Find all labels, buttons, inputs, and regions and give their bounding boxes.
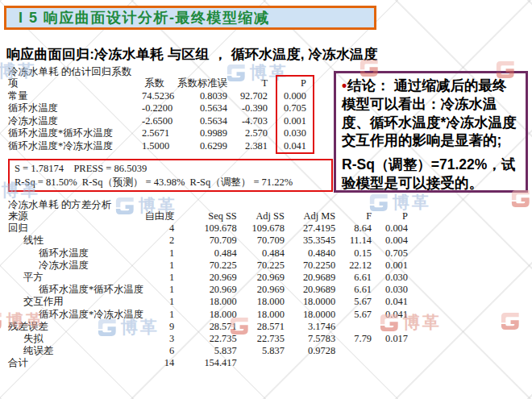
- cell-adj_ss: 20.969: [237, 284, 285, 296]
- cell-df: 1: [143, 247, 174, 260]
- column-header-coef: 系数: [140, 77, 164, 90]
- cell-p: 0.041: [372, 309, 408, 321]
- cell-seq_ss: 0.484: [174, 247, 237, 260]
- cell-source: 回归: [6, 222, 143, 235]
- column-header-df: 自由度: [143, 210, 174, 222]
- cell-seq_ss: 70.225: [174, 260, 237, 272]
- table-row: 平方120.96920.96920.96896.610.030: [6, 272, 408, 284]
- cell-adj_ss: 28.571: [237, 321, 285, 333]
- cell-source: 残差误差: [6, 321, 143, 333]
- cell-adj_ms: 20.9689: [285, 284, 335, 296]
- header-row: 来源自由度Seq SSAdj SSAdj MSFP: [6, 210, 408, 222]
- cell-f: [335, 345, 372, 357]
- cell-p: 0.705: [372, 247, 408, 260]
- cell-t: 2.381: [227, 140, 268, 153]
- cell-term: 常量: [6, 90, 140, 103]
- cell-seq_ss: 18.000: [174, 296, 237, 308]
- cell-seq_ss: 5.837: [174, 345, 237, 357]
- cell-coef: -0.2200: [140, 102, 164, 115]
- cell-seq_ss: 70.709: [174, 235, 237, 247]
- cell-f: 7.79: [335, 333, 372, 345]
- table-row: 失拟322.73522.7357.57837.790.017: [6, 333, 408, 345]
- watermark-text: 博革: [403, 311, 442, 334]
- cell-adj_ss: 18.000: [237, 309, 285, 321]
- cell-adj_ss: 109.678: [237, 222, 285, 235]
- cell-source: 失拟: [6, 333, 143, 345]
- cell-se: 0.9989: [164, 127, 227, 140]
- cell-df: 14: [143, 357, 174, 369]
- cell-f: 5.67: [335, 309, 372, 321]
- model-summary-line1: S = 1.78174 PRESS = 86.5039: [15, 162, 331, 176]
- cell-source: 线性: [6, 235, 143, 247]
- cell-coef: -2.6500: [140, 115, 164, 128]
- model-summary-box: S = 1.78174 PRESS = 86.5039 R-Sq = 81.50…: [8, 159, 333, 192]
- cell-source: 交互作用: [6, 296, 143, 308]
- conclusion-paragraph-2: R-Sq（调整）=71.22%，试验模型是可以接受的。: [342, 156, 520, 193]
- cell-p: 0.041: [372, 296, 408, 308]
- table-row: 循环水温度*循环水温度120.96920.96920.96896.610.030: [6, 284, 408, 296]
- cell-p: [372, 345, 408, 357]
- cell-adj_ms: [285, 357, 335, 369]
- cell-df: 1: [143, 296, 174, 308]
- cell-seq_ss: 154.417: [174, 357, 237, 369]
- cell-adj_ms: 0.4840: [285, 247, 335, 260]
- cell-f: [335, 357, 372, 369]
- column-header-adj_ms: Adj MS: [285, 210, 335, 222]
- cell-df: 1: [143, 272, 174, 284]
- cell-adj_ss: 22.735: [237, 333, 285, 345]
- cell-coef: 74.5236: [140, 90, 164, 103]
- table-row: 冷冻水温度170.22570.22570.225022.120.001: [6, 260, 408, 272]
- anova-table: 来源自由度Seq SSAdj SSAdj MSFP回归4109.678109.6…: [6, 210, 408, 370]
- cell-seq_ss: 18.000: [174, 309, 237, 321]
- cell-f: 11.14: [335, 235, 372, 247]
- page-title: I 5 响应曲面设计分析-最终模型缩减: [19, 8, 270, 27]
- table-row: 合计14154.417: [6, 357, 408, 369]
- cell-p: [372, 321, 408, 333]
- title-bar: I 5 响应曲面设计分析-最终模型缩减: [4, 6, 376, 30]
- column-header-p: P: [372, 210, 408, 222]
- cell-adj_ms: 18.0000: [285, 309, 335, 321]
- cell-term: 循环水温度*循环水温度: [6, 127, 140, 140]
- cell-df: 1: [143, 260, 174, 272]
- cell-t: 92.702: [227, 90, 268, 103]
- cell-f: 6.61: [335, 284, 372, 296]
- cell-se: 0.6299: [164, 140, 227, 153]
- cell-seq_ss: 28.571: [174, 321, 237, 333]
- cell-adj_ms: 20.9689: [285, 272, 335, 284]
- cell-adj_ms: 35.3545: [285, 235, 335, 247]
- cell-p: 0.017: [372, 333, 408, 345]
- cell-source: 循环水温度*循环水温度: [6, 284, 143, 296]
- cell-p: 0.030: [372, 284, 408, 296]
- cell-seq_ss: 20.969: [174, 284, 237, 296]
- cell-t: -0.390: [227, 102, 268, 115]
- conclusion-text-2: R-Sq（调整）=71.22%，试验模型是可以接受的。: [342, 156, 515, 191]
- table-row: 纯误差65.8375.8370.9728: [6, 345, 408, 357]
- cell-df: 4: [143, 222, 174, 235]
- coef-table: 项系数系数标准误TP常量74.52360.803992.7020.000循环水温…: [6, 77, 306, 153]
- cell-p: [372, 357, 408, 369]
- cell-source: 循环水温度*冷冻水温度: [6, 309, 143, 321]
- column-header-se: 系数标准误: [164, 77, 227, 90]
- cell-adj_ms: 18.0000: [285, 296, 335, 308]
- cell-f: 22.12: [335, 260, 372, 272]
- table-row: 冷冻水温度-2.65000.5634-4.7030.001: [6, 115, 306, 128]
- cell-adj_ms: 7.5783: [285, 333, 335, 345]
- cell-term: 冷冻水温度: [6, 115, 140, 128]
- cell-seq_ss: 22.735: [174, 333, 237, 345]
- cell-adj_ms: 3.1746: [285, 321, 335, 333]
- table-row: 循环水温度10.4840.4840.48400.150.705: [6, 247, 408, 260]
- cell-adj_ss: 70.709: [237, 235, 285, 247]
- cell-source: 平方: [6, 272, 143, 284]
- cell-adj_ss: [237, 357, 285, 369]
- column-header-adj_ss: Adj SS: [237, 210, 285, 222]
- table-row: 循环水温度*冷冻水温度118.00018.00018.00005.670.041: [6, 309, 408, 321]
- cell-p: 0.001: [372, 260, 408, 272]
- conclusion-text-1: 结论： 通过缩减后的最终模型可以看出：冷冻水温度、循环水温度*冷冻水温度交互作用…: [342, 77, 517, 148]
- cell-seq_ss: 20.969: [174, 272, 237, 284]
- table-row: 线性270.70970.70935.354511.140.004: [6, 235, 408, 247]
- boge-logo-icon: [498, 310, 521, 332]
- cell-se: 0.5634: [164, 115, 227, 128]
- column-header-source: 来源: [6, 210, 143, 222]
- cell-df: 1: [143, 309, 174, 321]
- cell-adj_ms: 70.2250: [285, 260, 335, 272]
